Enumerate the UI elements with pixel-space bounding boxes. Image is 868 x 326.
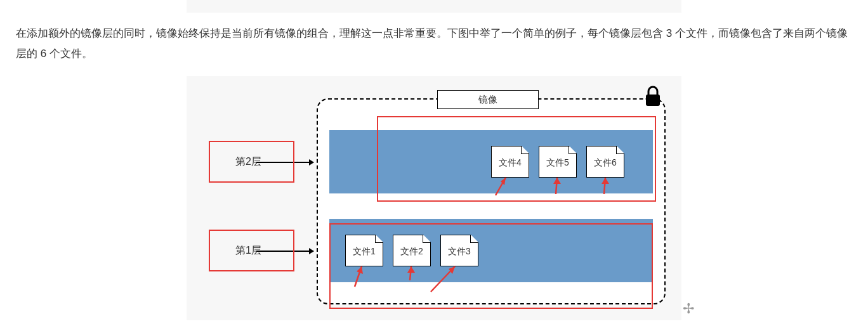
image-layers-diagram: 镜像 第2层 第1层 文件4 文件5 文件6 文件1 文件2 文件3 [193,82,675,314]
description-paragraph: 在添加额外的镜像层的同时，镜像始终保持是当前所有镜像的组合，理解这一点非常重要。… [0,23,868,65]
lock-icon [643,86,662,107]
cursor-icon: ✢ [683,301,694,317]
svg-rect-0 [646,95,660,106]
red-box-layer1-label [209,230,294,271]
red-box-layer2-files [377,116,656,202]
image-title: 镜像 [437,90,539,109]
red-box-layer1-files [329,223,653,309]
figure-container: 镜像 第2层 第1层 文件4 文件5 文件6 文件1 文件2 文件3 [187,76,681,320]
figure-placeholder-strip [187,0,681,13]
red-box-layer2-label [209,141,294,183]
